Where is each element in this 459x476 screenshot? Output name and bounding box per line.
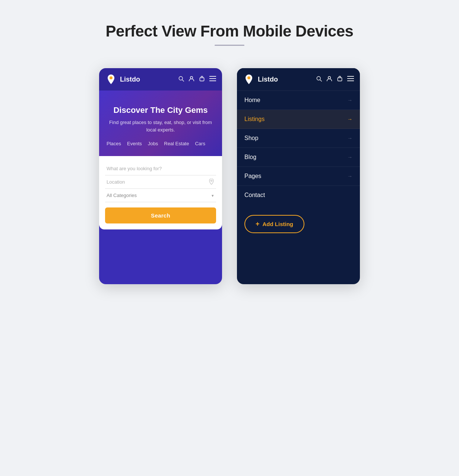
arrow-icon-blog: → xyxy=(347,154,352,160)
menu-icon[interactable] xyxy=(209,76,216,83)
menu-item-pages[interactable]: Pages → xyxy=(237,167,360,186)
phone2-user-icon[interactable] xyxy=(326,76,332,83)
arrow-icon-pages: → xyxy=(347,173,352,179)
menu-label-blog: Blog xyxy=(244,154,256,161)
hero-content: Discover The City Gems Find great places… xyxy=(107,105,215,149)
location-pin-icon xyxy=(209,178,214,185)
menu-item-blog[interactable]: Blog → xyxy=(237,148,360,167)
page-title: Perfect View From Mobile Devices xyxy=(106,22,354,40)
menu-item-shop[interactable]: Shop → xyxy=(237,129,360,148)
svg-line-3 xyxy=(182,80,184,81)
phone2-bag-icon[interactable] xyxy=(337,76,343,83)
plus-icon: + xyxy=(256,220,260,228)
nav-tab-cars[interactable]: Cars xyxy=(195,141,205,146)
nav-tab-events[interactable]: Events xyxy=(127,141,142,146)
menu-label-listings: Listings xyxy=(244,116,265,123)
bag-icon[interactable] xyxy=(199,76,205,83)
phone2-logo-icon xyxy=(243,73,255,85)
svg-point-9 xyxy=(211,180,212,181)
search-button[interactable]: Search xyxy=(105,207,216,223)
menu-item-contact[interactable]: Contact xyxy=(237,186,360,204)
svg-line-13 xyxy=(320,80,322,81)
hero-nav-tabs: Places Events Jobs Real Estate Cars xyxy=(107,141,215,149)
phones-container: Listdo Discover The City Gems xyxy=(99,68,360,284)
location-input[interactable] xyxy=(105,175,216,188)
phone2-search-icon[interactable] xyxy=(316,76,322,83)
menu-item-listings[interactable]: Listings → xyxy=(237,110,360,129)
phone-app-screen: Listdo Discover The City Gems xyxy=(99,68,222,284)
arrow-icon-shop: → xyxy=(347,135,352,141)
add-listing-button[interactable]: + Add Listing xyxy=(244,215,304,233)
title-divider xyxy=(215,45,244,46)
search-icon[interactable] xyxy=(178,76,184,83)
phone1-header-icons xyxy=(178,76,216,83)
phone2-header-icons xyxy=(316,76,354,83)
category-select[interactable]: All Categories xyxy=(105,189,216,202)
svg-point-11 xyxy=(247,76,250,79)
arrow-icon-home: → xyxy=(347,97,352,103)
location-field-wrapper xyxy=(105,175,216,189)
svg-point-12 xyxy=(317,76,320,80)
phone-nav-menu: Listdo Home → xyxy=(237,68,360,284)
svg-point-14 xyxy=(328,76,330,79)
arrow-icon-listings: → xyxy=(347,116,352,122)
phone1-header: Listdo xyxy=(99,68,222,91)
nav-menu: Home → Listings → Shop → Blog → Pages → … xyxy=(237,91,360,204)
phone2-header: Listdo xyxy=(237,68,360,91)
svg-point-1 xyxy=(110,76,113,79)
svg-rect-5 xyxy=(200,78,204,81)
nav-tab-places[interactable]: Places xyxy=(107,141,121,146)
category-select-wrapper: All Categories ▾ xyxy=(105,189,216,202)
hero-subtitle: Find great places to stay, eat, shop, or… xyxy=(107,119,215,133)
search-form: All Categories ▾ Search xyxy=(99,156,222,229)
menu-label-contact: Contact xyxy=(244,192,265,199)
nav-tab-jobs[interactable]: Jobs xyxy=(148,141,158,146)
nav-tab-realestate[interactable]: Real Estate xyxy=(164,141,189,146)
hero-title: Discover The City Gems xyxy=(107,105,215,115)
add-listing-label: Add Listing xyxy=(263,221,294,227)
user-icon[interactable] xyxy=(189,76,194,83)
phone1-hero: Discover The City Gems Find great places… xyxy=(99,91,222,156)
phone1-brand: Listdo xyxy=(120,76,178,83)
phone2-menu-icon[interactable] xyxy=(347,76,354,83)
svg-point-4 xyxy=(190,76,193,79)
menu-label-home: Home xyxy=(244,97,260,104)
search-input-group: All Categories ▾ Search xyxy=(105,162,216,223)
what-input[interactable] xyxy=(105,162,216,175)
phone2-brand: Listdo xyxy=(258,76,316,83)
svg-point-2 xyxy=(179,76,183,80)
logo-icon xyxy=(105,73,117,85)
svg-rect-15 xyxy=(338,78,342,81)
menu-item-home[interactable]: Home → xyxy=(237,91,360,110)
menu-label-shop: Shop xyxy=(244,135,258,142)
menu-label-pages: Pages xyxy=(244,173,261,180)
